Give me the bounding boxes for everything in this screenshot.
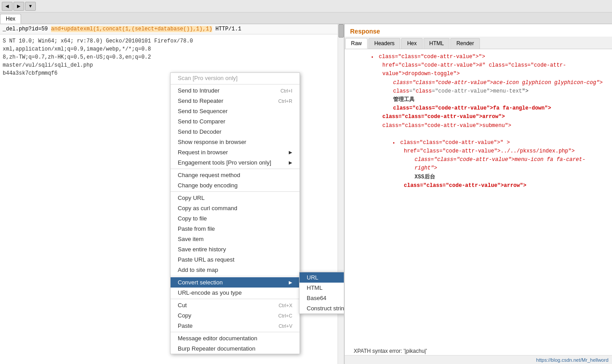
code-line-13: class="class="code-attr-value">menu-icon… <box>350 156 607 173</box>
menu-item-1[interactable]: Send to IntruderCtrl+I <box>171 85 300 96</box>
response-body: class="class="code-attr-value">">href="c… <box>345 49 612 364</box>
menu-item-20[interactable]: URL-encode as you type <box>171 288 300 298</box>
menu-item-13[interactable]: Copy to file <box>171 213 300 224</box>
submenu-url-label-1: HTML <box>307 284 322 291</box>
menu-item-24[interactable]: Message editor documentation <box>171 333 300 343</box>
menu-item-label-8: Engagement tools [Pro version only] <box>178 159 271 166</box>
code-line-2: class="class="code-attr-value">ace-icon … <box>350 79 607 87</box>
menu-item-2[interactable]: Send to RepeaterCtrl+R <box>171 96 300 106</box>
menu-item-8[interactable]: Engagement tools [Pro version only]▶ <box>171 157 300 168</box>
menu-item-5[interactable]: Send to Decoder <box>171 127 300 137</box>
code-line-10 <box>350 130 607 139</box>
menu-item-4[interactable]: Send to Comparer <box>171 116 300 127</box>
request-line-1: S NT 10.0; Win64; x64; rv:78.0) Gecko/20… <box>3 37 341 45</box>
menu-divider <box>171 191 300 192</box>
code-line-16: class="class="code-attr-value">arrow"> <box>350 182 607 190</box>
menu-item-label-3: Send to Sequencer <box>178 108 227 114</box>
menu-item-22[interactable]: CopyCtrl+C <box>171 310 300 321</box>
menu-item-label-20: URL-encode as you type <box>178 289 242 296</box>
response-tab-html[interactable]: HTML <box>424 38 450 49</box>
response-tab-render[interactable]: Render <box>450 38 479 49</box>
menu-item-21[interactable]: CutCtrl+X <box>171 300 300 310</box>
code-line-8: class="class="code-attr-value">arrow"> <box>350 113 607 121</box>
response-tab-hex[interactable]: Hex <box>401 38 422 49</box>
url-highlight: and+updatexml(1,concat(1,(select+databas… <box>51 26 212 32</box>
toolbar: ◀ ▶ ▼ <box>0 0 612 13</box>
menu-divider <box>171 169 300 169</box>
menu-item-3[interactable]: Send to Sequencer <box>171 106 300 116</box>
menu-item-15[interactable]: Save item <box>171 234 300 244</box>
response-tab-headers[interactable]: Headers <box>368 38 400 49</box>
main-layout: _del.php?id=59 and+updatexml(1,concat(1,… <box>0 24 612 364</box>
menu-item-label-22: Copy <box>178 312 191 319</box>
menu-item-14[interactable]: Paste from file <box>171 224 300 234</box>
menu-item-19[interactable]: Convert selection▶ <box>171 277 300 288</box>
submenu-url-item-0[interactable]: URL▶ <box>300 272 345 283</box>
context-menu: Scan [Pro version only]Send to IntruderC… <box>170 72 300 354</box>
dropdown-button[interactable]: ▼ <box>25 2 36 11</box>
menu-item-6[interactable]: Show response in browser <box>171 137 300 147</box>
menu-item-25[interactable]: Burp Repeater documentation <box>171 343 300 354</box>
response-tab-raw[interactable]: Raw <box>345 38 368 49</box>
menu-item-label-7: Request in browser <box>178 149 228 156</box>
submenu-url-item-1[interactable]: HTML <box>300 283 345 293</box>
menu-item-label-11: Copy URL <box>178 195 205 201</box>
menu-item-shortcut-23: Ctrl+V <box>278 323 292 329</box>
tab-hex[interactable]: Hex <box>0 14 21 24</box>
menu-item-label-23: Paste <box>178 322 193 329</box>
menu-item-label-12: Copy as curl command <box>178 205 237 212</box>
menu-item-label-4: Send to Comparer <box>178 118 225 125</box>
code-line-9: class="class="code-attr-value">submenu"> <box>350 122 607 130</box>
xpath-error: XPATH syntax error: '|pikachu|' <box>354 348 427 354</box>
menu-divider <box>171 299 300 299</box>
menu-item-9[interactable]: Change request method <box>171 170 300 180</box>
menu-item-arrow-icon-8: ▶ <box>289 160 292 165</box>
menu-item-label-2: Send to Repeater <box>178 97 223 104</box>
menu-item-16[interactable]: Save entire history <box>171 244 300 254</box>
status-url: https://blog.csdn.net/Mr_hellword <box>536 357 608 363</box>
menu-item-label-25: Burp Repeater documentation <box>178 345 255 352</box>
code-line-12: href="class="code-attr-value">../../pkxs… <box>350 147 607 156</box>
forward-button[interactable]: ▶ <box>13 2 24 11</box>
submenu-url-item-2[interactable]: Base64 <box>300 293 345 303</box>
menu-item-label-6: Show response in browser <box>178 139 246 145</box>
right-panel: Response RawHeadersHexHTMLRender class="… <box>345 24 612 364</box>
menu-item-12[interactable]: Copy as curl command <box>171 203 300 213</box>
code-line-4: 管理工具 <box>350 96 607 104</box>
menu-item-label-1: Send to Intruder <box>178 87 219 94</box>
url-prefix: _del.php?id=59 <box>3 26 51 32</box>
back-button[interactable]: ◀ <box>2 2 13 11</box>
menu-item-shortcut-1: Ctrl+I <box>280 88 292 93</box>
tab-bar: Hex <box>0 13 612 24</box>
menu-item-18[interactable]: Add to site map <box>171 265 300 275</box>
scroll-thumb[interactable] <box>338 24 344 38</box>
menu-item-label-0: Scan [Pro version only] <box>178 75 238 81</box>
menu-item-10[interactable]: Change body encoding <box>171 180 300 190</box>
request-line-2: xml,application/xml;q=0.9,image/webp,*/*… <box>3 45 341 53</box>
left-panel: _del.php?id=59 and+updatexml(1,concat(1,… <box>0 24 345 364</box>
submenu-url: URL▶HTMLBase64Construct string▶ <box>299 272 345 314</box>
menu-item-label-24: Message editor documentation <box>178 335 257 342</box>
request-bar: _del.php?id=59 and+updatexml(1,concat(1,… <box>0 24 344 34</box>
menu-item-label-16: Save entire history <box>178 246 226 253</box>
request-line-3: 8,zh-TW;q=0.7,zh-HK;q=0.5,en-US;q=0.3,en… <box>3 53 341 61</box>
menu-item-17[interactable]: Paste URL as request <box>171 254 300 265</box>
code-line-6: class="class="code-attr-value">fa fa-ang… <box>350 104 607 113</box>
menu-item-arrow-icon-19: ▶ <box>289 280 292 285</box>
url-suffix: HTTP/1.1 <box>212 26 241 32</box>
response-title: Response <box>345 24 612 37</box>
menu-item-0: Scan [Pro version only] <box>171 73 300 83</box>
menu-item-label-19: Convert selection <box>178 279 223 286</box>
menu-item-11[interactable]: Copy URL <box>171 193 300 203</box>
menu-item-7[interactable]: Request in browser▶ <box>171 147 300 157</box>
status-bar: https://blog.csdn.net/Mr_hellword <box>345 355 612 364</box>
code-line-14: XSS后台 <box>350 173 607 182</box>
submenu-url-item-3[interactable]: Construct string▶ <box>300 303 345 313</box>
menu-item-label-14: Paste from file <box>178 225 215 232</box>
menu-item-23[interactable]: PasteCtrl+V <box>171 321 300 331</box>
menu-item-label-13: Copy to file <box>178 215 207 222</box>
submenu-url-label-2: Base64 <box>307 295 326 301</box>
menu-item-shortcut-2: Ctrl+R <box>278 98 292 104</box>
menu-item-label-21: Cut <box>178 302 187 309</box>
menu-divider <box>171 332 300 332</box>
